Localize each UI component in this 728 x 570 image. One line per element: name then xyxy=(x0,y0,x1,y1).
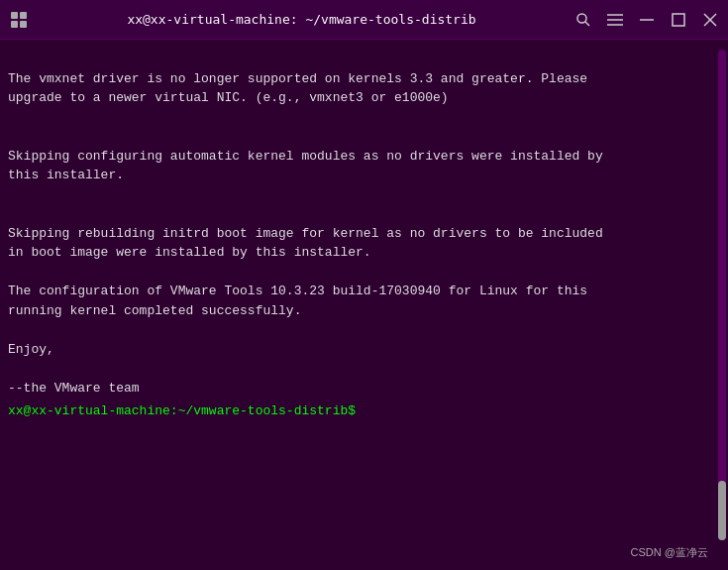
title-bar-controls xyxy=(573,10,720,30)
scrollbar-thumb[interactable] xyxy=(718,481,726,540)
search-button[interactable] xyxy=(573,10,593,30)
svg-rect-0 xyxy=(11,12,18,19)
svg-rect-1 xyxy=(20,12,27,19)
title-bar: xx@xx-virtual-machine: ~/vmware-tools-di… xyxy=(0,0,728,40)
terminal-output: The vmxnet driver is no longer supported… xyxy=(8,50,720,398)
title-bar-left xyxy=(8,9,30,31)
maximize-button[interactable] xyxy=(669,10,688,30)
menu-button[interactable] xyxy=(605,10,625,30)
watermark: CSDN @蓝净云 xyxy=(631,545,708,560)
terminal-prompt: xx@xx-virtual-machine:~/vmware-tools-dis… xyxy=(8,401,720,421)
close-button[interactable] xyxy=(700,10,720,30)
terminal-body[interactable]: The vmxnet driver is no longer supported… xyxy=(0,40,728,570)
svg-rect-2 xyxy=(11,21,18,28)
svg-rect-10 xyxy=(673,14,684,26)
terminal-window: xx@xx-virtual-machine: ~/vmware-tools-di… xyxy=(0,0,728,570)
scrollbar[interactable] xyxy=(718,50,726,540)
svg-point-4 xyxy=(577,14,586,23)
svg-line-5 xyxy=(585,22,589,26)
window-title: xx@xx-virtual-machine: ~/vmware-tools-di… xyxy=(30,12,573,27)
minimize-button[interactable] xyxy=(637,10,657,30)
grid-icon xyxy=(8,9,30,31)
svg-rect-3 xyxy=(20,21,27,28)
